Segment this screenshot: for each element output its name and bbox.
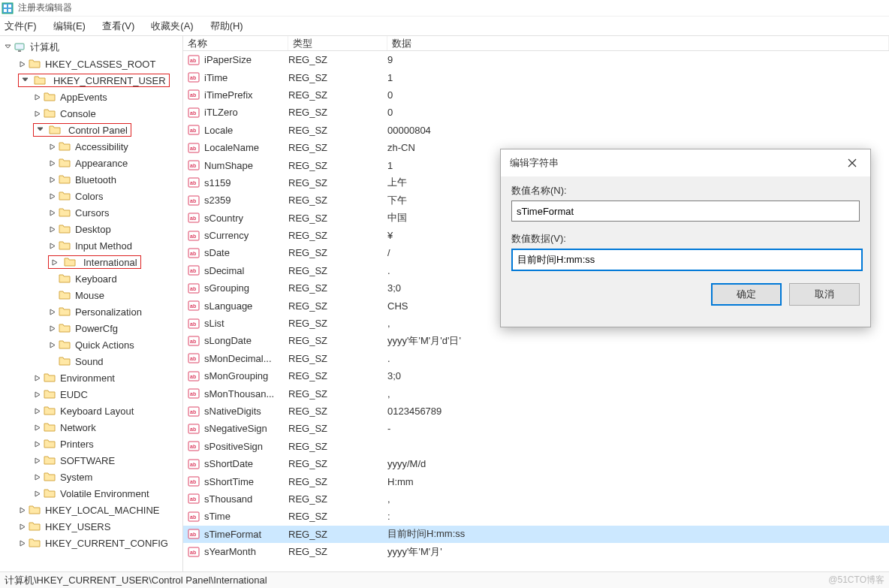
tree-key[interactable]: Console — [0, 105, 182, 122]
list-row[interactable]: absThousandREG_SZ, — [183, 490, 889, 508]
tree-root[interactable]: 计算机 — [0, 39, 182, 56]
list-row[interactable]: abiTLZeroREG_SZ0 — [183, 104, 889, 121]
list-row[interactable]: absLongDateREG_SZyyyy'年'M'月'd'日' — [183, 332, 889, 349]
value-name: iPaperSize — [204, 54, 252, 65]
list-row[interactable]: absMonDecimal...REG_SZ. — [183, 350, 889, 367]
node-label: Mouse — [74, 290, 106, 301]
tree-key[interactable]: Desktop — [0, 221, 182, 237]
expander-icon[interactable] — [3, 43, 12, 52]
list-row[interactable]: absNegativeSignREG_SZ- — [183, 420, 889, 437]
expander-icon[interactable] — [48, 191, 57, 201]
col-name[interactable]: 名称 — [183, 36, 288, 50]
expander-icon[interactable] — [18, 522, 27, 531]
expander-icon[interactable] — [18, 505, 27, 514]
list-row[interactable]: absPositiveSignREG_SZ — [183, 438, 889, 455]
expander-icon[interactable] — [48, 158, 57, 167]
svg-text:ab: ab — [190, 391, 196, 397]
list-row[interactable]: absShortTimeREG_SZH:mm — [183, 472, 889, 490]
tree-key[interactable]: Sound — [0, 353, 182, 369]
list-row[interactable]: abiTimeREG_SZ1 — [183, 68, 889, 86]
tree-key[interactable]: Control Panel — [0, 122, 182, 138]
value-name-input[interactable] — [511, 201, 860, 222]
expander-icon[interactable] — [33, 472, 42, 481]
cancel-button[interactable]: 取消 — [789, 283, 860, 306]
menu-edit[interactable]: 编辑(E) — [53, 20, 86, 33]
tree-hive[interactable]: HKEY_CURRENT_CONFIG — [0, 535, 182, 551]
tree-key[interactable]: Appearance — [0, 155, 182, 171]
expander-icon[interactable] — [48, 324, 57, 333]
list-row[interactable]: abiPaperSizeREG_SZ9 — [183, 51, 889, 68]
tree-key[interactable]: AppEvents — [0, 89, 182, 105]
col-data[interactable]: 数据 — [387, 36, 889, 50]
value-data-input[interactable] — [512, 249, 862, 270]
expander-icon[interactable] — [33, 439, 42, 448]
tree-hive[interactable]: HKEY_LOCAL_MACHINE — [0, 502, 182, 518]
tree-key[interactable]: Accessibility — [0, 138, 182, 155]
menu-view[interactable]: 查看(V) — [102, 20, 134, 33]
expander-icon[interactable] — [35, 125, 44, 134]
tree-key[interactable]: System — [0, 469, 182, 485]
expander-icon[interactable] — [48, 307, 57, 316]
list-row[interactable]: abiTimePrefixREG_SZ0 — [183, 86, 889, 104]
tree-key[interactable]: Keyboard Layout — [0, 403, 182, 419]
expander-icon[interactable] — [33, 373, 42, 382]
expander-icon[interactable] — [33, 423, 42, 432]
expander-icon[interactable] — [33, 390, 42, 399]
tree-key[interactable]: Cursors — [0, 204, 182, 221]
value-data: yyyy'年'M'月' — [387, 545, 889, 559]
menu-favorites[interactable]: 收藏夹(A) — [151, 20, 193, 33]
registry-tree[interactable]: 计算机 HKEY_CLASSES_ROOT HKEY_CURRENT_USER … — [0, 36, 183, 571]
expander-icon[interactable] — [33, 456, 42, 465]
tree-key[interactable]: Environment — [0, 369, 182, 386]
tree-key[interactable]: EUDC — [0, 386, 182, 403]
expander-icon[interactable] — [20, 76, 29, 85]
list-row[interactable]: absMonGroupingREG_SZ3;0 — [183, 367, 889, 384]
expander-icon[interactable] — [33, 109, 42, 118]
tree-key[interactable]: SOFTWARE — [0, 452, 182, 469]
tree-key[interactable]: Volatile Environment — [0, 485, 182, 502]
expander-icon[interactable] — [48, 225, 57, 234]
expander-icon[interactable] — [48, 241, 57, 250]
value-type: REG_SZ — [288, 318, 387, 329]
tree-key[interactable]: Bluetooth — [0, 171, 182, 188]
expander-icon[interactable] — [50, 258, 59, 267]
expander-icon[interactable] — [33, 406, 42, 415]
list-row[interactable]: absYearMonthREG_SZyyyy'年'M'月' — [183, 543, 889, 560]
tree-key[interactable]: Personalization — [0, 303, 182, 320]
value-type: REG_SZ — [288, 247, 387, 258]
expander-icon[interactable] — [48, 340, 57, 349]
tree-key[interactable]: Network — [0, 419, 182, 436]
tree-key[interactable]: Input Method — [0, 237, 182, 254]
expander-icon[interactable] — [48, 175, 57, 184]
expander-icon[interactable] — [33, 489, 42, 498]
tree-key[interactable]: Quick Actions — [0, 336, 182, 353]
tree-hive[interactable]: HKEY_CLASSES_ROOT — [0, 56, 182, 72]
tree-key[interactable]: Printers — [0, 436, 182, 452]
list-row[interactable]: absTimeFormatREG_SZ目前时间H:mm:ss — [183, 526, 889, 543]
close-button[interactable] — [836, 152, 869, 174]
expander-icon[interactable] — [33, 92, 42, 101]
value-type: REG_SZ — [288, 370, 387, 381]
tree-hive[interactable]: HKEY_CURRENT_USER — [0, 72, 182, 89]
value-type: REG_SZ — [288, 406, 387, 417]
dialog-title-bar[interactable]: 编辑字符串 — [501, 149, 870, 176]
expander-icon[interactable] — [18, 59, 27, 68]
menu-file[interactable]: 文件(F) — [5, 20, 37, 33]
list-row[interactable]: absNativeDigitsREG_SZ0123456789 — [183, 403, 889, 420]
list-row[interactable]: abLocaleREG_SZ00000804 — [183, 122, 889, 139]
tree-key[interactable]: Colors — [0, 188, 182, 204]
menu-help[interactable]: 帮助(H) — [210, 20, 243, 33]
tree-hive[interactable]: HKEY_USERS — [0, 518, 182, 535]
ok-button[interactable]: 确定 — [711, 283, 782, 306]
list-row[interactable]: absShortDateREG_SZyyyy/M/d — [183, 455, 889, 472]
expander-icon[interactable] — [18, 538, 27, 547]
expander-icon[interactable] — [48, 142, 57, 151]
tree-key[interactable]: Keyboard — [0, 270, 182, 287]
tree-key[interactable]: PowerCfg — [0, 320, 182, 336]
list-row[interactable]: absMonThousan...REG_SZ, — [183, 384, 889, 402]
col-type[interactable]: 类型 — [288, 36, 387, 50]
tree-key[interactable]: Mouse — [0, 287, 182, 303]
list-row[interactable]: absTimeREG_SZ: — [183, 508, 889, 525]
expander-icon[interactable] — [48, 208, 57, 217]
tree-key[interactable]: International — [0, 254, 182, 270]
